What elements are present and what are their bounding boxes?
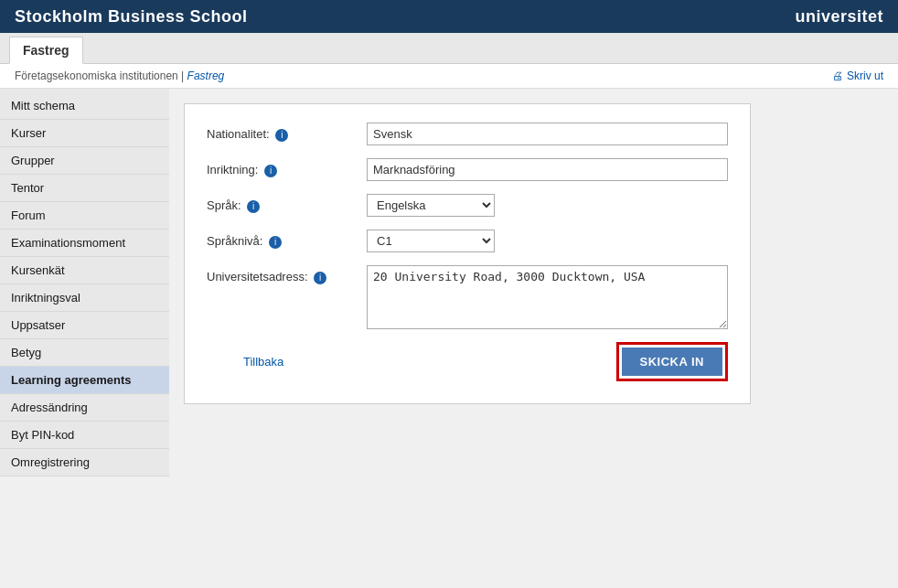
input-inriktning[interactable] [367,158,728,181]
form-row-nationalitet: Nationalitet: i [207,123,728,145]
sidebar-item-betyg[interactable]: Betyg [0,339,169,367]
form-panel: Nationalitet: i Inriktning: i Språk: i [184,103,751,404]
breadcrumb-current: Fastreg [187,69,225,82]
info-icon-sprak[interactable]: i [247,200,260,213]
form-row-sprak: Språk: i Engelska Svenska Tyska Franska [207,194,728,217]
submit-button-wrapper: SKICKA IN [616,342,728,381]
form-row-sprakniva: Språknivå: i A1 A2 B1 B2 C1 C2 [207,230,728,252]
breadcrumb-bar: Företagsekonomiska institutionen | Fastr… [0,64,898,89]
label-sprakniva: Språknivå: i [207,230,367,249]
sidebar-item-tentor[interactable]: Tentor [0,175,169,202]
form-actions: Tillbaka SKICKA IN [207,342,728,381]
label-sprak: Språk: i [207,194,367,213]
select-sprak[interactable]: Engelska Svenska Tyska Franska [367,194,495,217]
top-header: Stockholm Business School universitet [0,0,898,33]
main-layout: Mitt schemaKurserGrupperTentorForumExami… [0,89,898,476]
sidebar: Mitt schemaKurserGrupperTentorForumExami… [0,89,169,476]
sidebar-item-forum[interactable]: Forum [0,202,169,230]
info-icon-universitetsadress[interactable]: i [314,272,326,284]
label-universitetsadress: Universitetsadress: i [207,265,367,284]
printer-icon: 🖨 [832,69,843,82]
back-link[interactable]: Tillbaka [207,355,283,369]
sidebar-item-kursenkät[interactable]: Kursenkät [0,257,169,284]
label-inriktning: Inriktning: i [207,158,367,177]
info-icon-sprakniva[interactable]: i [269,236,282,249]
breadcrumb-institution: Företagsekonomiska institutionen [15,69,178,82]
input-nationalitet[interactable] [367,123,728,145]
tab-fastreg[interactable]: Fastreg [9,37,83,64]
sidebar-item-omregistrering[interactable]: Omregistrering [0,449,169,476]
info-icon-nationalitet[interactable]: i [275,129,288,142]
label-nationalitet: Nationalitet: i [207,123,367,142]
print-link-label: Skriv ut [847,69,883,82]
sidebar-item-uppsatser[interactable]: Uppsatser [0,312,169,339]
breadcrumb: Företagsekonomiska institutionen | Fastr… [15,69,224,82]
form-row-universitetsadress: Universitetsadress: i 20 University Road… [207,265,728,329]
submit-button[interactable]: SKICKA IN [622,347,722,376]
content-area: Nationalitet: i Inriktning: i Språk: i [169,89,898,476]
sidebar-item-learning-agreements[interactable]: Learning agreements [0,367,169,394]
sidebar-item-kurser[interactable]: Kurser [0,120,169,147]
uni-name: universitet [795,7,883,27]
sidebar-item-inriktningsval[interactable]: Inriktningsval [0,284,169,312]
sidebar-item-mitt-schema[interactable]: Mitt schema [0,92,169,120]
school-name: Stockholm Business School [15,7,248,27]
sidebar-item-adressändring[interactable]: Adressändring [0,394,169,422]
info-icon-inriktning[interactable]: i [264,165,277,177]
tab-bar: Fastreg [0,33,898,64]
form-row-inriktning: Inriktning: i [207,158,728,181]
sidebar-item-examinationsmoment[interactable]: Examinationsmoment [0,230,169,257]
textarea-universitetsadress[interactable]: 20 University Road, 3000 Ducktown, USA [367,265,728,329]
sidebar-item-grupper[interactable]: Grupper [0,147,169,175]
sidebar-item-byt-pin-kod[interactable]: Byt PIN-kod [0,422,169,449]
select-sprakniva[interactable]: A1 A2 B1 B2 C1 C2 [367,230,495,252]
print-link[interactable]: 🖨 Skriv ut [832,69,883,82]
